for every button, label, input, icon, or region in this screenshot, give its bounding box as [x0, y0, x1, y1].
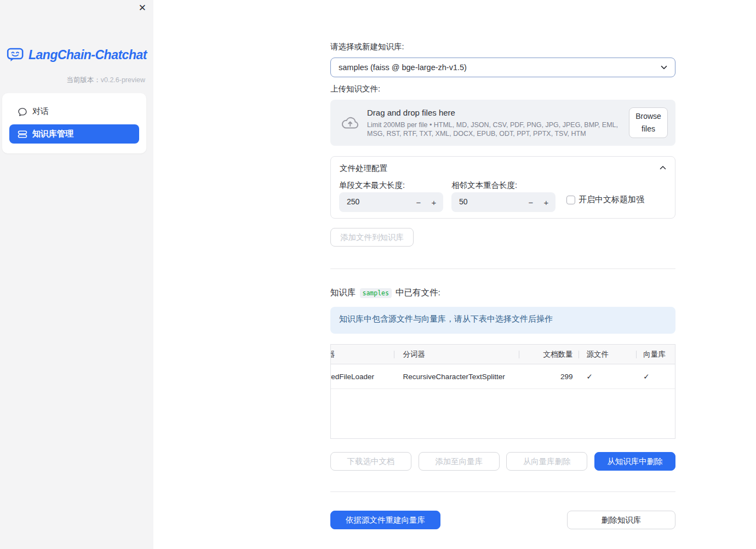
sidebar-item-label: 知识库管理: [32, 129, 73, 139]
overlap-size-label: 相邻文本重合长度:: [451, 180, 517, 191]
overlap-increment-button[interactable]: +: [540, 192, 552, 212]
close-sidebar-icon[interactable]: ✕: [139, 3, 146, 13]
col-header-source-file[interactable]: 源文件: [579, 345, 637, 364]
version-value: v0.2.6-preview: [101, 76, 145, 84]
chunk-size-input[interactable]: 250 − +: [339, 192, 443, 212]
col-header-splitter[interactable]: 分词器: [394, 345, 519, 364]
browse-files-button[interactable]: Browse files: [629, 107, 668, 138]
chunk-decrement-button[interactable]: −: [413, 192, 425, 212]
cell-source-file-check: ✓: [579, 364, 637, 388]
cloud-upload-icon: [340, 115, 360, 130]
dropzone-title: Drag and drop files here: [367, 108, 629, 117]
delete-from-vector-store-button[interactable]: 从向量库删除: [506, 452, 587, 471]
chunk-increment-button[interactable]: +: [428, 192, 440, 212]
table-header-row: 文档加载器 分词器 文档数量 源文件 向量库: [331, 345, 675, 364]
chevron-down-icon: [660, 63, 668, 72]
col-header-doc-count[interactable]: 文档数量: [519, 345, 579, 364]
delete-from-kb-button[interactable]: 从知识库中删除: [594, 452, 675, 471]
kb-name-code: samples: [360, 288, 392, 298]
file-action-buttons: 下载选中文档 添加至向量库 从向量库删除 从知识库中删除: [330, 452, 675, 471]
expander-title[interactable]: 文件处理配置: [340, 163, 387, 174]
divider: [330, 491, 675, 492]
version-label: 当前版本：: [66, 76, 101, 84]
chunk-size-value: 250: [347, 197, 359, 206]
overlap-size-input[interactable]: 50 − +: [451, 192, 555, 212]
overlap-decrement-button[interactable]: −: [525, 192, 537, 212]
sidebar-item-label: 对话: [32, 106, 49, 117]
version-text: 当前版本：v0.2.6-preview: [66, 76, 145, 85]
dropzone-limit: Limit 200MB per file • HTML, MD, JSON, C…: [367, 121, 629, 138]
kb-select[interactable]: samples (faiss @ bge-large-zh-v1.5): [330, 58, 675, 77]
overlap-size-value: 50: [459, 197, 468, 206]
rebuild-vector-store-button[interactable]: 依据源文件重建向量库: [330, 511, 440, 529]
file-dropzone[interactable]: Drag and drop files here Limit 200MB per…: [330, 100, 675, 146]
app-root: ✕ LangChain-Chatchat 当前版本：v0.2.6-preview: [0, 0, 756, 549]
sidebar-item-chat[interactable]: 对话: [9, 102, 139, 121]
kb-select-label: 请选择或新建知识库:: [330, 42, 675, 52]
zh-title-enhance-checkbox[interactable]: [566, 196, 575, 204]
download-selected-button[interactable]: 下载选中文档: [330, 452, 411, 471]
dropzone-text: Drag and drop files here Limit 200MB per…: [367, 108, 629, 138]
upload-label: 上传知识文件:: [330, 84, 675, 94]
brand-logo-icon: [7, 47, 25, 62]
files-heading-prefix: 知识库: [330, 287, 356, 299]
cell-splitter: RecursiveCharacterTextSplitter: [394, 364, 519, 388]
kb-bottom-actions: 依据源文件重建向量库 删除知识库: [330, 511, 675, 529]
files-table: 文档加载器 分词器 文档数量 源文件 向量库 UnstructuredFileL…: [330, 344, 675, 439]
sidebar-menu: 对话 知识库管理: [2, 93, 146, 153]
divider: [330, 268, 675, 269]
sidebar: ✕ LangChain-Chatchat 当前版本：v0.2.6-preview: [0, 0, 153, 549]
cell-doc-count: 299: [519, 364, 579, 388]
brand-name: LangChain-Chatchat: [28, 48, 147, 62]
cell-loader: UnstructuredFileLoader: [331, 364, 394, 388]
file-config-expander: 文件处理配置 单段文本最大长度: 相邻文本重合长度: 250 − + 50 − …: [330, 156, 675, 219]
add-to-vector-store-button[interactable]: 添加至向量库: [419, 452, 500, 471]
files-heading-suffix: 中已有文件:: [396, 287, 440, 299]
chevron-up-icon[interactable]: [658, 163, 667, 172]
delete-kb-button[interactable]: 删除知识库: [567, 511, 675, 529]
chunk-size-label: 单段文本最大长度:: [339, 180, 405, 191]
kb-icon: [18, 129, 27, 139]
sidebar-item-kb-management[interactable]: 知识库管理: [9, 124, 139, 144]
kb-select-value: samples (faiss @ bge-large-zh-v1.5): [339, 63, 660, 72]
zh-title-enhance-label: 开启中文标题加强: [579, 195, 644, 205]
chat-icon: [18, 107, 27, 117]
info-banner: 知识库中包含源文件与向量库，请从下表中选择文件后操作: [330, 307, 675, 334]
col-header-loader[interactable]: 文档加载器: [331, 345, 394, 364]
col-header-vector-store[interactable]: 向量库: [637, 345, 675, 364]
table-row[interactable]: UnstructuredFileLoader RecursiveCharacte…: [331, 364, 675, 389]
add-files-to-kb-button[interactable]: 添加文件到知识库: [330, 228, 414, 247]
brand: LangChain-Chatchat: [7, 47, 148, 62]
existing-files-heading: 知识库 samples 中已有文件:: [330, 287, 675, 299]
cell-vector-store-check: ✓: [637, 364, 675, 388]
